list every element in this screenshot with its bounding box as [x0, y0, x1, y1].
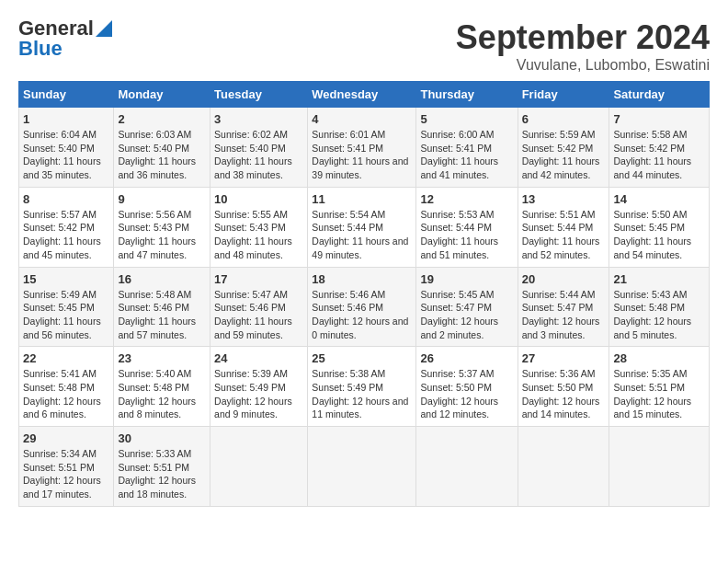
- day-info: Sunrise: 5:57 AM Sunset: 5:42 PM Dayligh…: [23, 208, 109, 262]
- calendar-cell: 8 Sunrise: 5:57 AM Sunset: 5:42 PM Dayli…: [19, 187, 114, 267]
- calendar-cell: 14 Sunrise: 5:50 AM Sunset: 5:45 PM Dayl…: [609, 187, 710, 267]
- calendar-cell: 18 Sunrise: 5:46 AM Sunset: 5:46 PM Dayl…: [308, 267, 416, 347]
- logo: General Blue: [18, 18, 112, 59]
- col-thursday: Thursday: [416, 82, 518, 108]
- day-info: Sunrise: 5:41 AM Sunset: 5:48 PM Dayligh…: [23, 367, 109, 421]
- day-info: Sunrise: 5:58 AM Sunset: 5:42 PM Dayligh…: [613, 128, 705, 182]
- day-number: 10: [214, 192, 303, 206]
- calendar-cell: 9 Sunrise: 5:56 AM Sunset: 5:43 PM Dayli…: [114, 187, 210, 267]
- calendar-cell: 13 Sunrise: 5:51 AM Sunset: 5:44 PM Dayl…: [518, 187, 609, 267]
- day-info: Sunrise: 5:50 AM Sunset: 5:45 PM Dayligh…: [613, 208, 705, 262]
- day-info: Sunrise: 6:02 AM Sunset: 5:40 PM Dayligh…: [214, 128, 303, 182]
- calendar-cell: 11 Sunrise: 5:54 AM Sunset: 5:44 PM Dayl…: [308, 187, 416, 267]
- calendar-cell: 6 Sunrise: 5:59 AM Sunset: 5:42 PM Dayli…: [518, 108, 609, 188]
- day-info: Sunrise: 5:51 AM Sunset: 5:44 PM Dayligh…: [522, 208, 606, 262]
- day-info: Sunrise: 5:33 AM Sunset: 5:51 PM Dayligh…: [118, 447, 206, 501]
- col-wednesday: Wednesday: [308, 82, 416, 108]
- day-number: 4: [312, 112, 412, 126]
- calendar-cell: [416, 427, 518, 507]
- page-header: General Blue September 2024 Vuvulane, Lu…: [18, 18, 710, 74]
- day-info: Sunrise: 5:40 AM Sunset: 5:48 PM Dayligh…: [118, 367, 206, 421]
- calendar-week-row: 1 Sunrise: 6:04 AM Sunset: 5:40 PM Dayli…: [19, 108, 710, 188]
- calendar-cell: 1 Sunrise: 6:04 AM Sunset: 5:40 PM Dayli…: [19, 108, 114, 188]
- col-sunday: Sunday: [19, 82, 114, 108]
- weekday-header-row: Sunday Monday Tuesday Wednesday Thursday…: [19, 82, 710, 108]
- calendar-cell: [609, 427, 710, 507]
- calendar-cell: 24 Sunrise: 5:39 AM Sunset: 5:49 PM Dayl…: [210, 347, 308, 427]
- logo-blue-text: Blue: [18, 39, 112, 59]
- day-info: Sunrise: 5:55 AM Sunset: 5:43 PM Dayligh…: [214, 208, 303, 262]
- day-info: Sunrise: 5:38 AM Sunset: 5:49 PM Dayligh…: [312, 367, 412, 421]
- day-number: 5: [420, 112, 513, 126]
- day-info: Sunrise: 5:43 AM Sunset: 5:48 PM Dayligh…: [613, 288, 705, 342]
- calendar-cell: 10 Sunrise: 5:55 AM Sunset: 5:43 PM Dayl…: [210, 187, 308, 267]
- day-info: Sunrise: 5:59 AM Sunset: 5:42 PM Dayligh…: [522, 128, 606, 182]
- day-number: 27: [522, 351, 606, 365]
- day-info: Sunrise: 5:53 AM Sunset: 5:44 PM Dayligh…: [420, 208, 513, 262]
- day-number: 22: [23, 351, 109, 365]
- calendar-cell: 22 Sunrise: 5:41 AM Sunset: 5:48 PM Dayl…: [19, 347, 114, 427]
- day-info: Sunrise: 5:49 AM Sunset: 5:45 PM Dayligh…: [23, 288, 109, 342]
- day-info: Sunrise: 6:00 AM Sunset: 5:41 PM Dayligh…: [420, 128, 513, 182]
- day-info: Sunrise: 5:54 AM Sunset: 5:44 PM Dayligh…: [312, 208, 412, 262]
- day-info: Sunrise: 5:56 AM Sunset: 5:43 PM Dayligh…: [118, 208, 206, 262]
- calendar-cell: 3 Sunrise: 6:02 AM Sunset: 5:40 PM Dayli…: [210, 108, 308, 188]
- day-number: 20: [522, 272, 606, 286]
- calendar-cell: 27 Sunrise: 5:36 AM Sunset: 5:50 PM Dayl…: [518, 347, 609, 427]
- day-number: 3: [214, 112, 303, 126]
- day-number: 16: [118, 272, 206, 286]
- calendar-cell: [210, 427, 308, 507]
- calendar-cell: 26 Sunrise: 5:37 AM Sunset: 5:50 PM Dayl…: [416, 347, 518, 427]
- day-info: Sunrise: 5:48 AM Sunset: 5:46 PM Dayligh…: [118, 288, 206, 342]
- day-info: Sunrise: 5:44 AM Sunset: 5:47 PM Dayligh…: [522, 288, 606, 342]
- calendar-cell: 28 Sunrise: 5:35 AM Sunset: 5:51 PM Dayl…: [609, 347, 710, 427]
- day-info: Sunrise: 5:37 AM Sunset: 5:50 PM Dayligh…: [420, 367, 513, 421]
- day-number: 19: [420, 272, 513, 286]
- calendar-cell: [308, 427, 416, 507]
- day-number: 8: [23, 192, 109, 206]
- calendar-cell: [518, 427, 609, 507]
- logo-general-text: General: [18, 18, 94, 39]
- day-info: Sunrise: 5:47 AM Sunset: 5:46 PM Dayligh…: [214, 288, 303, 342]
- logo-triangle-icon: [96, 20, 112, 37]
- calendar-week-row: 29 Sunrise: 5:34 AM Sunset: 5:51 PM Dayl…: [19, 427, 710, 507]
- calendar-cell: 20 Sunrise: 5:44 AM Sunset: 5:47 PM Dayl…: [518, 267, 609, 347]
- day-info: Sunrise: 5:45 AM Sunset: 5:47 PM Dayligh…: [420, 288, 513, 342]
- day-number: 23: [118, 351, 206, 365]
- day-number: 13: [522, 192, 606, 206]
- day-number: 18: [312, 272, 412, 286]
- calendar-cell: 29 Sunrise: 5:34 AM Sunset: 5:51 PM Dayl…: [19, 427, 114, 507]
- col-tuesday: Tuesday: [210, 82, 308, 108]
- page-title: September 2024: [456, 18, 710, 57]
- day-info: Sunrise: 6:01 AM Sunset: 5:41 PM Dayligh…: [312, 128, 412, 182]
- col-monday: Monday: [114, 82, 210, 108]
- day-info: Sunrise: 5:46 AM Sunset: 5:46 PM Dayligh…: [312, 288, 412, 342]
- calendar-cell: 2 Sunrise: 6:03 AM Sunset: 5:40 PM Dayli…: [114, 108, 210, 188]
- day-info: Sunrise: 5:34 AM Sunset: 5:51 PM Dayligh…: [23, 447, 109, 501]
- day-number: 29: [23, 431, 109, 445]
- day-number: 25: [312, 351, 412, 365]
- calendar-table: Sunday Monday Tuesday Wednesday Thursday…: [18, 81, 710, 507]
- day-info: Sunrise: 5:35 AM Sunset: 5:51 PM Dayligh…: [613, 367, 705, 421]
- day-number: 1: [23, 112, 109, 126]
- day-number: 7: [613, 112, 705, 126]
- day-number: 21: [613, 272, 705, 286]
- day-info: Sunrise: 5:36 AM Sunset: 5:50 PM Dayligh…: [522, 367, 606, 421]
- calendar-cell: 17 Sunrise: 5:47 AM Sunset: 5:46 PM Dayl…: [210, 267, 308, 347]
- calendar-cell: 21 Sunrise: 5:43 AM Sunset: 5:48 PM Dayl…: [609, 267, 710, 347]
- calendar-cell: 23 Sunrise: 5:40 AM Sunset: 5:48 PM Dayl…: [114, 347, 210, 427]
- calendar-cell: 30 Sunrise: 5:33 AM Sunset: 5:51 PM Dayl…: [114, 427, 210, 507]
- calendar-cell: 19 Sunrise: 5:45 AM Sunset: 5:47 PM Dayl…: [416, 267, 518, 347]
- day-number: 30: [118, 431, 206, 445]
- day-info: Sunrise: 6:03 AM Sunset: 5:40 PM Dayligh…: [118, 128, 206, 182]
- day-number: 2: [118, 112, 206, 126]
- svg-marker-0: [96, 20, 112, 37]
- calendar-cell: 7 Sunrise: 5:58 AM Sunset: 5:42 PM Dayli…: [609, 108, 710, 188]
- day-number: 14: [613, 192, 705, 206]
- day-info: Sunrise: 5:39 AM Sunset: 5:49 PM Dayligh…: [214, 367, 303, 421]
- col-friday: Friday: [518, 82, 609, 108]
- calendar-week-row: 8 Sunrise: 5:57 AM Sunset: 5:42 PM Dayli…: [19, 187, 710, 267]
- col-saturday: Saturday: [609, 82, 710, 108]
- day-info: Sunrise: 6:04 AM Sunset: 5:40 PM Dayligh…: [23, 128, 109, 182]
- calendar-cell: 16 Sunrise: 5:48 AM Sunset: 5:46 PM Dayl…: [114, 267, 210, 347]
